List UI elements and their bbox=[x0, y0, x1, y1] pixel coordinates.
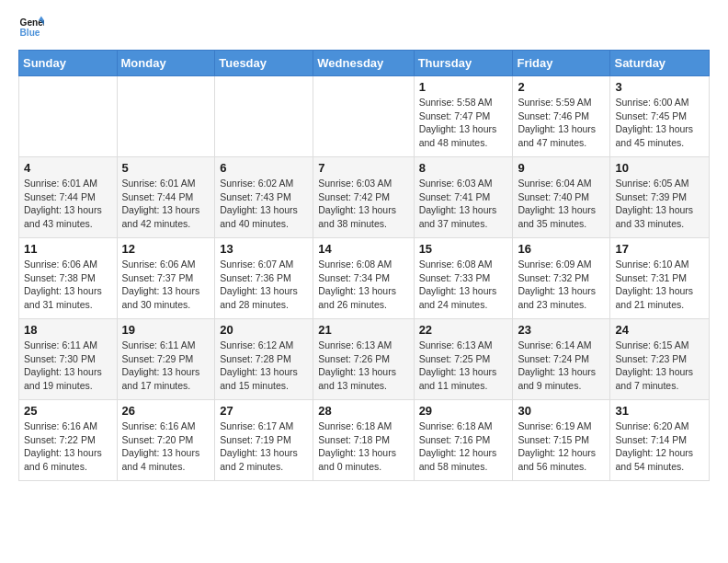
week-row-2: 4Sunrise: 6:01 AMSunset: 7:44 PMDaylight… bbox=[19, 157, 710, 238]
day-number: 5 bbox=[122, 161, 210, 175]
day-cell: 14Sunrise: 6:08 AMSunset: 7:34 PMDayligh… bbox=[313, 238, 414, 319]
day-number: 28 bbox=[318, 404, 408, 418]
day-number: 30 bbox=[518, 404, 605, 418]
day-info: Sunrise: 6:10 AMSunset: 7:31 PMDaylight:… bbox=[615, 258, 704, 312]
day-info: Sunrise: 6:17 AMSunset: 7:19 PMDaylight:… bbox=[220, 419, 308, 474]
day-info: Sunrise: 6:13 AMSunset: 7:25 PMDaylight:… bbox=[419, 339, 508, 393]
day-info: Sunrise: 6:06 AMSunset: 7:37 PMDaylight:… bbox=[122, 258, 210, 312]
page-header: General Blue bbox=[18, 15, 710, 40]
day-number: 22 bbox=[419, 323, 508, 337]
day-info: Sunrise: 6:07 AMSunset: 7:36 PMDaylight:… bbox=[220, 258, 308, 312]
day-cell: 2Sunrise: 5:59 AMSunset: 7:46 PMDaylight… bbox=[513, 76, 610, 157]
day-number: 2 bbox=[518, 80, 605, 94]
day-info: Sunrise: 6:03 AMSunset: 7:42 PMDaylight:… bbox=[318, 177, 408, 231]
day-info: Sunrise: 6:11 AMSunset: 7:30 PMDaylight:… bbox=[24, 339, 112, 393]
day-cell: 9Sunrise: 6:04 AMSunset: 7:40 PMDaylight… bbox=[513, 157, 610, 238]
day-info: Sunrise: 6:06 AMSunset: 7:38 PMDaylight:… bbox=[24, 258, 112, 312]
day-cell: 7Sunrise: 6:03 AMSunset: 7:42 PMDaylight… bbox=[313, 157, 414, 238]
day-number: 3 bbox=[615, 80, 704, 94]
day-info: Sunrise: 6:16 AMSunset: 7:20 PMDaylight:… bbox=[122, 419, 210, 474]
day-info: Sunrise: 6:16 AMSunset: 7:22 PMDaylight:… bbox=[24, 419, 112, 474]
day-info: Sunrise: 6:09 AMSunset: 7:32 PMDaylight:… bbox=[518, 258, 605, 312]
day-cell: 16Sunrise: 6:09 AMSunset: 7:32 PMDayligh… bbox=[513, 238, 610, 319]
day-cell bbox=[313, 76, 414, 157]
header-cell-saturday: Saturday bbox=[610, 51, 710, 76]
day-cell: 26Sunrise: 6:16 AMSunset: 7:20 PMDayligh… bbox=[117, 400, 215, 481]
day-number: 25 bbox=[24, 404, 112, 418]
day-info: Sunrise: 6:13 AMSunset: 7:26 PMDaylight:… bbox=[318, 339, 408, 393]
day-number: 20 bbox=[220, 323, 308, 337]
day-number: 9 bbox=[518, 161, 605, 175]
week-row-5: 25Sunrise: 6:16 AMSunset: 7:22 PMDayligh… bbox=[19, 400, 710, 481]
day-cell: 1Sunrise: 5:58 AMSunset: 7:47 PMDaylight… bbox=[414, 76, 513, 157]
day-number: 8 bbox=[419, 161, 508, 175]
day-cell: 4Sunrise: 6:01 AMSunset: 7:44 PMDaylight… bbox=[19, 157, 118, 238]
day-number: 18 bbox=[24, 323, 112, 337]
day-info: Sunrise: 6:20 AMSunset: 7:14 PMDaylight:… bbox=[615, 419, 704, 474]
day-info: Sunrise: 6:15 AMSunset: 7:23 PMDaylight:… bbox=[615, 339, 704, 393]
day-info: Sunrise: 6:19 AMSunset: 7:15 PMDaylight:… bbox=[518, 419, 605, 474]
svg-text:Blue: Blue bbox=[20, 28, 40, 38]
day-number: 10 bbox=[615, 161, 704, 175]
day-cell: 22Sunrise: 6:13 AMSunset: 7:25 PMDayligh… bbox=[414, 319, 513, 400]
day-cell bbox=[19, 76, 118, 157]
day-info: Sunrise: 5:58 AMSunset: 7:47 PMDaylight:… bbox=[419, 96, 508, 150]
header-cell-tuesday: Tuesday bbox=[215, 51, 313, 76]
day-cell: 31Sunrise: 6:20 AMSunset: 7:14 PMDayligh… bbox=[610, 400, 710, 481]
day-cell: 21Sunrise: 6:13 AMSunset: 7:26 PMDayligh… bbox=[313, 319, 414, 400]
day-number: 24 bbox=[615, 323, 704, 337]
day-info: Sunrise: 6:14 AMSunset: 7:24 PMDaylight:… bbox=[518, 339, 605, 393]
day-cell: 25Sunrise: 6:16 AMSunset: 7:22 PMDayligh… bbox=[19, 400, 118, 481]
day-cell: 8Sunrise: 6:03 AMSunset: 7:41 PMDaylight… bbox=[414, 157, 513, 238]
day-number: 26 bbox=[122, 404, 210, 418]
day-number: 6 bbox=[220, 161, 308, 175]
week-row-3: 11Sunrise: 6:06 AMSunset: 7:38 PMDayligh… bbox=[19, 238, 710, 319]
day-number: 7 bbox=[318, 161, 408, 175]
day-info: Sunrise: 6:01 AMSunset: 7:44 PMDaylight:… bbox=[122, 177, 210, 231]
day-number: 13 bbox=[220, 242, 308, 256]
day-cell: 15Sunrise: 6:08 AMSunset: 7:33 PMDayligh… bbox=[414, 238, 513, 319]
day-cell: 18Sunrise: 6:11 AMSunset: 7:30 PMDayligh… bbox=[19, 319, 118, 400]
day-info: Sunrise: 6:12 AMSunset: 7:28 PMDaylight:… bbox=[220, 339, 308, 393]
day-number: 1 bbox=[419, 80, 508, 94]
day-cell: 30Sunrise: 6:19 AMSunset: 7:15 PMDayligh… bbox=[513, 400, 610, 481]
header-cell-thursday: Thursday bbox=[414, 51, 513, 76]
header-cell-wednesday: Wednesday bbox=[313, 51, 414, 76]
week-row-1: 1Sunrise: 5:58 AMSunset: 7:47 PMDaylight… bbox=[19, 76, 710, 157]
day-cell: 23Sunrise: 6:14 AMSunset: 7:24 PMDayligh… bbox=[513, 319, 610, 400]
day-info: Sunrise: 6:08 AMSunset: 7:34 PMDaylight:… bbox=[318, 258, 408, 312]
day-cell: 29Sunrise: 6:18 AMSunset: 7:16 PMDayligh… bbox=[414, 400, 513, 481]
day-number: 27 bbox=[220, 404, 308, 418]
day-number: 15 bbox=[419, 242, 508, 256]
logo: General Blue bbox=[18, 15, 48, 40]
day-number: 16 bbox=[518, 242, 605, 256]
day-cell: 12Sunrise: 6:06 AMSunset: 7:37 PMDayligh… bbox=[117, 238, 215, 319]
header-row: SundayMondayTuesdayWednesdayThursdayFrid… bbox=[19, 51, 710, 76]
day-info: Sunrise: 6:02 AMSunset: 7:43 PMDaylight:… bbox=[220, 177, 308, 231]
header-cell-friday: Friday bbox=[513, 51, 610, 76]
day-info: Sunrise: 6:01 AMSunset: 7:44 PMDaylight:… bbox=[24, 177, 112, 231]
day-cell: 27Sunrise: 6:17 AMSunset: 7:19 PMDayligh… bbox=[215, 400, 313, 481]
day-number: 21 bbox=[318, 323, 408, 337]
week-row-4: 18Sunrise: 6:11 AMSunset: 7:30 PMDayligh… bbox=[19, 319, 710, 400]
day-number: 17 bbox=[615, 242, 704, 256]
day-number: 19 bbox=[122, 323, 210, 337]
day-cell: 5Sunrise: 6:01 AMSunset: 7:44 PMDaylight… bbox=[117, 157, 215, 238]
day-info: Sunrise: 6:05 AMSunset: 7:39 PMDaylight:… bbox=[615, 177, 704, 231]
day-info: Sunrise: 6:08 AMSunset: 7:33 PMDaylight:… bbox=[419, 258, 508, 312]
day-cell: 19Sunrise: 6:11 AMSunset: 7:29 PMDayligh… bbox=[117, 319, 215, 400]
day-info: Sunrise: 5:59 AMSunset: 7:46 PMDaylight:… bbox=[518, 96, 605, 150]
day-cell bbox=[215, 76, 313, 157]
day-info: Sunrise: 6:03 AMSunset: 7:41 PMDaylight:… bbox=[419, 177, 508, 231]
day-number: 11 bbox=[24, 242, 112, 256]
header-cell-sunday: Sunday bbox=[19, 51, 118, 76]
day-info: Sunrise: 6:00 AMSunset: 7:45 PMDaylight:… bbox=[615, 96, 704, 150]
day-info: Sunrise: 6:18 AMSunset: 7:18 PMDaylight:… bbox=[318, 419, 408, 474]
day-cell: 6Sunrise: 6:02 AMSunset: 7:43 PMDaylight… bbox=[215, 157, 313, 238]
day-cell: 3Sunrise: 6:00 AMSunset: 7:45 PMDaylight… bbox=[610, 76, 710, 157]
day-cell bbox=[117, 76, 215, 157]
header-cell-monday: Monday bbox=[117, 51, 215, 76]
day-cell: 13Sunrise: 6:07 AMSunset: 7:36 PMDayligh… bbox=[215, 238, 313, 319]
day-cell: 24Sunrise: 6:15 AMSunset: 7:23 PMDayligh… bbox=[610, 319, 710, 400]
day-number: 29 bbox=[419, 404, 508, 418]
